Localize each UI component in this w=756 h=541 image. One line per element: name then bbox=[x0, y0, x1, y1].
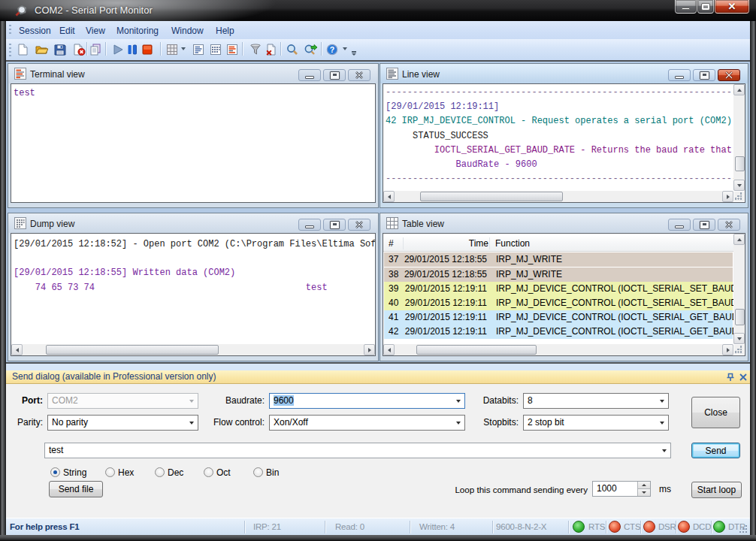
svg-text:?: ? bbox=[330, 45, 334, 54]
